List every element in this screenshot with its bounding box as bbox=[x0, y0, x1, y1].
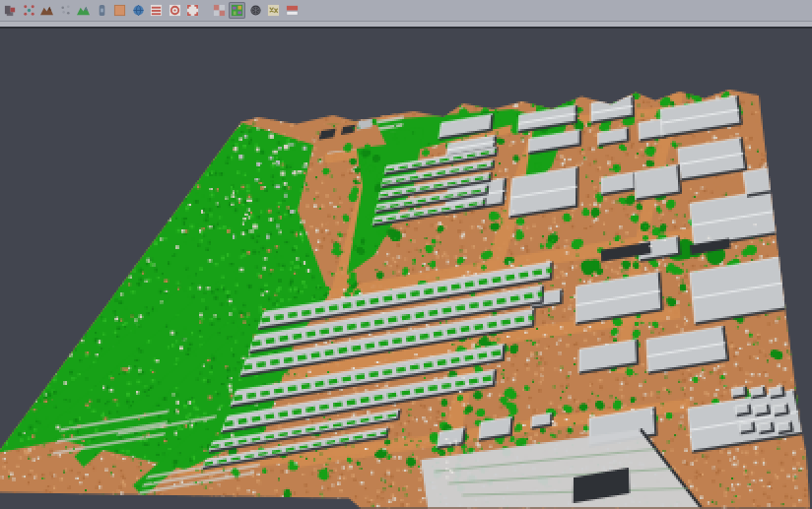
list-rows-icon[interactable] bbox=[148, 2, 165, 19]
texture-square-icon[interactable] bbox=[111, 2, 128, 19]
side-panel-icon[interactable] bbox=[94, 2, 110, 19]
terrain-brown-icon[interactable] bbox=[38, 2, 55, 19]
faceted-sphere-icon[interactable] bbox=[247, 2, 264, 19]
classification-view-icon[interactable] bbox=[229, 2, 245, 19]
discard-marks-icon[interactable] bbox=[265, 2, 282, 19]
terrain-green-icon[interactable] bbox=[75, 2, 92, 19]
render-checker-icon[interactable] bbox=[211, 2, 228, 19]
settings-ring-icon[interactable] bbox=[167, 2, 183, 19]
point-set-icon[interactable] bbox=[57, 2, 74, 19]
open-project-icon[interactable] bbox=[2, 2, 19, 19]
toolbar bbox=[0, 0, 812, 21]
point-cloud-render bbox=[0, 29, 812, 509]
viewport-3d[interactable] bbox=[0, 29, 812, 509]
application-window bbox=[0, 0, 812, 509]
align-points-icon[interactable] bbox=[21, 2, 37, 19]
globe-icon[interactable] bbox=[130, 2, 147, 19]
selection-bounds-icon[interactable] bbox=[184, 2, 201, 19]
layers-flag-icon[interactable] bbox=[284, 2, 301, 19]
